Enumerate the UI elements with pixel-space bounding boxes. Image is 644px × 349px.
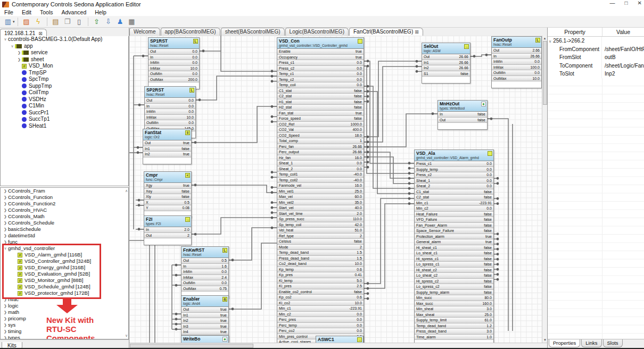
expander-icon[interactable]: ❯ bbox=[3, 188, 8, 194]
close-icon[interactable]: ⊠ bbox=[38, 31, 43, 36]
slot-temp_coil1[interactable]: Temp_coil1-40.0 bbox=[277, 172, 364, 178]
maximize-button[interactable]: □ bbox=[625, 0, 628, 6]
slot-fanmode_vel[interactable]: Fanmode_vel16.0 bbox=[277, 183, 364, 189]
slot-temp_coil[interactable]: Temp_coil0.0 bbox=[277, 82, 364, 88]
slot-c1_stat[interactable]: C1_statfalse bbox=[277, 88, 364, 94]
block-header[interactable]: FanStatlogic::Or2‖ bbox=[143, 129, 191, 140]
kit-item-vsd_alarm_gmhd[interactable]: #VSD_Alarm_gmhd [116B] bbox=[1, 252, 128, 258]
slot-out[interactable]: Out26.66 bbox=[422, 54, 470, 60]
slot-max_succ[interactable]: Max_succ160.0 bbox=[415, 301, 493, 307]
slot-ki_pres[interactable]: Ki_pres2.5 bbox=[277, 284, 364, 289]
slot-outmin[interactable]: OutMin0.0 bbox=[181, 280, 228, 286]
tab-sheet-bascontrolmeg-[interactable]: sheet(BAScontrolMEG) bbox=[221, 28, 285, 36]
kit-item-vsd_protector_gmhd[interactable]: #VSD_protector_gmhd [172B] bbox=[1, 290, 128, 296]
expander-icon[interactable]: ∨ bbox=[549, 39, 551, 43]
tree-item-spctmp[interactable]: SpcTmp bbox=[1, 76, 128, 83]
expander-icon[interactable]: ❯ bbox=[16, 49, 22, 56]
deploy-icon[interactable]: ϟ bbox=[33, 17, 44, 27]
slot-sheat_1[interactable]: Sheat_10.0 bbox=[277, 161, 364, 167]
kit-item-vsd_schedule_gmhd[interactable]: #VSD_Schedule_gmhd [124B] bbox=[1, 284, 128, 290]
slot-protection_alarm[interactable]: Protection_alarmtrue bbox=[415, 234, 493, 240]
slot-kp_temp[interactable]: Kp_temp0.6 bbox=[277, 267, 364, 273]
slot-celsius[interactable]: Celsiusfalse bbox=[277, 239, 364, 245]
expander-icon[interactable]: ❯ bbox=[3, 296, 8, 303]
block-header[interactable]: FanOutphvac::ResetL bbox=[492, 37, 541, 48]
delete-icon[interactable]: ▯ bbox=[74, 17, 85, 27]
slot-co2_val[interactable]: CO2_Val400.0 bbox=[277, 127, 364, 133]
slot-max_vel[interactable]: Max_vel60.0 bbox=[277, 194, 364, 200]
slot-force_speed[interactable]: Force_speedfalse bbox=[277, 116, 364, 122]
slot-inmin[interactable]: InMin0.0 bbox=[492, 59, 541, 65]
slot-enable[interactable]: Enabletrue bbox=[277, 49, 364, 55]
slot-out[interactable]: Out0.0 bbox=[145, 98, 195, 104]
tree-item-service[interactable]: ❯service bbox=[1, 49, 128, 56]
slot-sheat_1[interactable]: Sheat_10.0 bbox=[415, 178, 493, 184]
kit-item-basicschedule[interactable]: ❯basicSchedule bbox=[1, 226, 128, 232]
block-header[interactable]: VSD_Alagmhd_vsd_controller::VSD_Alarm_gm… bbox=[415, 150, 493, 161]
slot-lo_spress_c1[interactable]: Lo_spress_c1false bbox=[415, 262, 493, 268]
block-header[interactable]: ASWC1→ bbox=[316, 336, 363, 343]
slot-out[interactable]: Outfalse bbox=[438, 118, 487, 123]
slot-sheat_2[interactable]: Sheat_20.0 bbox=[277, 167, 364, 172]
expander-icon[interactable]: ∨ bbox=[3, 36, 8, 43]
slot-xey[interactable]: Xeyfalse bbox=[144, 189, 191, 195]
kit-item-ccontrols_function[interactable]: ❯CControls_Function bbox=[1, 194, 128, 201]
slot-press_c2[interactable]: Press_c20.0 bbox=[277, 66, 364, 72]
kit-item-func[interactable]: ❯func bbox=[1, 239, 128, 245]
dropdown-arrow-icon[interactable]: ▾ bbox=[13, 20, 15, 24]
slot-temp_dead_band[interactable]: Temp_dead_band1.2 bbox=[415, 323, 493, 329]
slot-min_c2[interactable]: Min_c20.0 bbox=[277, 312, 364, 318]
slot-ki_co2[interactable]: Ki_co210.0 bbox=[277, 301, 364, 306]
slot-out[interactable]: Out2 bbox=[144, 233, 191, 239]
app-icon[interactable]: ▨ bbox=[21, 17, 32, 27]
put-to-device-icon[interactable]: ⇧ bbox=[92, 17, 102, 27]
slot-in1[interactable]: In126.66 bbox=[422, 60, 470, 66]
minimize-button[interactable]: — bbox=[610, 0, 615, 6]
slot-max_sheat[interactable]: Max_sheat25.0 bbox=[415, 312, 493, 318]
property-row-fromslot[interactable]: FromSlotoutB bbox=[548, 53, 644, 62]
slot-outmin[interactable]: OutMin0.0 bbox=[145, 120, 195, 126]
property-row-fromcomponent[interactable]: FromComponent/sheet/FanIO/HtPrf1 bbox=[548, 45, 644, 54]
slot-in2[interactable]: In2true bbox=[181, 318, 228, 324]
tab-fanctrl-bascontrolmeg-[interactable]: FanCtrl(BAScontrolMEG)⊠ bbox=[349, 28, 423, 36]
slot-sp_temp_coil[interactable]: Sp_temp_coil42.0 bbox=[277, 222, 364, 228]
paste-icon[interactable]: ▤ bbox=[51, 17, 61, 27]
property-row-tocomponent[interactable]: ToComponent/sheet/Logic/FanCtrl/S... bbox=[548, 62, 644, 70]
tree-item-app[interactable]: ∨app bbox=[1, 43, 128, 50]
slot-hi_spress_c2[interactable]: Hi_spress_c2false bbox=[415, 279, 493, 285]
slot-in[interactable]: Infalse bbox=[438, 112, 487, 118]
property-row-toslot[interactable]: ToSlotInp2 bbox=[548, 70, 644, 78]
slot-occupancy[interactable]: Occupancytrue bbox=[277, 55, 364, 61]
expander-icon[interactable]: ❯ bbox=[3, 328, 8, 335]
slot-in[interactable]: In2.0 bbox=[144, 227, 191, 233]
kit-item-gmhd_vsd_controller[interactable]: ∨gmhd_vsd_controller bbox=[1, 245, 128, 252]
slot-co2_dead_band[interactable]: Co2_dead_band10.0 bbox=[277, 261, 364, 267]
slot-out[interactable]: Out2.66 bbox=[492, 48, 541, 54]
block-cmpr[interactable]: Cmprfunc::Cmpr<XgytrueXeyfalseXlyfalseX0… bbox=[144, 171, 192, 218]
slot-ref_type[interactable]: Ref_type2 bbox=[277, 234, 364, 239]
block-header[interactable]: SelOutlogic::ASW→ bbox=[422, 43, 470, 54]
slot-kp_co2[interactable]: Kp_co20.6 bbox=[277, 295, 364, 301]
wire-sheet-canvas[interactable]: SP1RSThvac::ResetLOut0.0In0.0InMin0.0InM… bbox=[129, 36, 542, 343]
tab-properties[interactable]: Properties bbox=[549, 339, 580, 347]
menu-advanced[interactable]: Advanced bbox=[57, 9, 91, 15]
expander-icon[interactable]: ❯ bbox=[3, 232, 8, 239]
slot-min_c1[interactable]: Min_c1-223.91 bbox=[415, 201, 493, 206]
tab-welcome[interactable]: Welcome bbox=[129, 28, 160, 36]
slot-min_c1[interactable]: Min_c1-223.91 bbox=[277, 306, 364, 312]
kit-item-ccontrols_fram[interactable]: ❯CControls_Fram bbox=[1, 188, 128, 194]
slot-outmin[interactable]: OutMin0.0 bbox=[492, 70, 541, 76]
block-header[interactable]: Cmprfunc::Cmpr< bbox=[144, 172, 191, 183]
slot-press_c1[interactable]: Press_c10.0 bbox=[415, 161, 493, 167]
block-writebo[interactable]: WriteBo● bbox=[181, 335, 229, 343]
slot-s1[interactable]: S1false bbox=[422, 71, 470, 77]
expander-icon[interactable]: ❯ bbox=[16, 56, 22, 63]
tree-item-vsd_mon[interactable]: #VSD_Mon bbox=[1, 63, 128, 70]
tree-item-sheat1[interactable]: SHeat1 bbox=[1, 123, 128, 130]
expander-icon[interactable]: ❯ bbox=[3, 207, 8, 213]
block-mnhzout[interactable]: MnHzOuttypes::WriteBool●InfalseOutfalse bbox=[437, 100, 488, 130]
scroll-up-icon[interactable]: ▲ bbox=[542, 36, 547, 41]
block-vsd_con[interactable]: VSD_Congmhd_vsd_controller::VSD_Controll… bbox=[277, 37, 364, 343]
close-button[interactable]: ✕ bbox=[638, 0, 642, 6]
slot-vel_heat[interactable]: Vel_heat51.0 bbox=[277, 228, 364, 234]
